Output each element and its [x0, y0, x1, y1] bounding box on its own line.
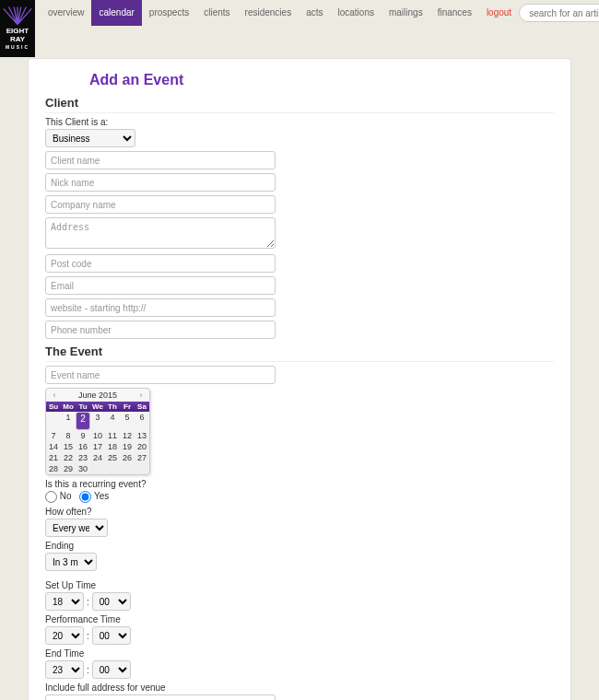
client-heading: Client — [45, 96, 554, 113]
nav-clients[interactable]: clients — [196, 0, 237, 26]
cal-day[interactable]: 24 — [90, 452, 105, 463]
end-time-label: End Time — [45, 648, 276, 659]
cal-dow: We — [90, 402, 105, 412]
cal-day[interactable]: 8 — [61, 430, 76, 441]
perf-time-label: Performance Time — [45, 614, 276, 624]
cal-day[interactable]: 3 — [90, 412, 105, 430]
recurring-no-option[interactable]: No — [45, 491, 72, 501]
recurring-yes-radio[interactable] — [79, 491, 91, 503]
cal-day[interactable]: 25 — [105, 452, 120, 463]
setup-time-label: Set Up Time — [45, 580, 276, 590]
nav-residencies[interactable]: residencies — [238, 0, 300, 26]
client-type-label: This Client is a: — [45, 117, 276, 127]
cal-day[interactable]: 13 — [135, 430, 149, 441]
nav-calendar[interactable]: calendar — [91, 0, 141, 26]
end-hh-select[interactable]: 23 — [45, 660, 84, 679]
global-search — [519, 0, 599, 22]
cal-day[interactable]: 10 — [90, 430, 105, 441]
recurring-label: Is this a recurring event? — [45, 479, 276, 489]
nav-prospects[interactable]: prospects — [142, 0, 196, 26]
cal-day[interactable]: 19 — [120, 441, 135, 452]
top-nav: EIGHT RAY MUSIC overviewcalendarprospect… — [0, 0, 599, 26]
end-mm-select[interactable]: 00 — [92, 660, 131, 679]
recurring-no-radio[interactable] — [45, 491, 57, 503]
company-name-input[interactable] — [45, 195, 276, 214]
search-input[interactable] — [519, 4, 599, 22]
cal-dow: Th — [105, 402, 120, 412]
venue-address-label: Include full address for venue — [45, 682, 276, 693]
perf-mm-select[interactable]: 00 — [92, 626, 131, 645]
nav-acts[interactable]: acts — [299, 0, 330, 26]
how-often-label: How often? — [45, 507, 276, 517]
cal-day[interactable]: 17 — [90, 441, 105, 452]
cal-day[interactable]: 14 — [46, 441, 61, 452]
ending-label: Ending — [45, 541, 276, 551]
cal-day[interactable]: 6 — [135, 412, 149, 430]
cal-day[interactable]: 12 — [120, 430, 135, 441]
add-event-card: Add an Event Client This Client is a: Bu… — [28, 58, 571, 700]
nav-finances[interactable]: finances — [430, 0, 479, 26]
cal-day[interactable]: 5 — [120, 412, 135, 430]
time-colon: : — [87, 665, 89, 675]
cal-day[interactable]: 26 — [120, 452, 135, 463]
cal-prev-icon[interactable]: ‹ — [50, 391, 59, 400]
cal-day: . — [90, 463, 105, 474]
cal-day[interactable]: 28 — [46, 463, 61, 474]
perf-hh-select[interactable]: 20 — [45, 626, 84, 645]
cal-day[interactable]: 1 — [61, 412, 76, 430]
cal-next-icon[interactable]: › — [136, 391, 146, 400]
logo-rays-icon — [0, 6, 35, 25]
event-name-input[interactable] — [45, 366, 276, 384]
nav-locations[interactable]: locations — [330, 0, 381, 26]
nav-overview[interactable]: overview — [41, 0, 91, 26]
setup-hh-select[interactable]: 18 — [45, 592, 84, 611]
cal-title: June 2015 — [78, 391, 117, 400]
cal-day[interactable]: 18 — [105, 441, 120, 452]
time-colon: : — [87, 631, 89, 641]
client-name-input[interactable] — [45, 151, 276, 169]
email-input[interactable] — [45, 276, 276, 295]
venue-input[interactable] — [45, 694, 276, 700]
cal-day: . — [105, 463, 120, 474]
cal-day[interactable]: 20 — [135, 441, 149, 452]
cal-day: . — [46, 412, 61, 430]
cal-dow: Tu — [76, 402, 90, 412]
client-type-select[interactable]: Business — [45, 129, 135, 147]
cal-day[interactable]: 9 — [76, 430, 90, 441]
cal-dow: Mo — [61, 402, 76, 412]
recurring-yes-option[interactable]: Yes — [79, 491, 109, 501]
how-often-select[interactable]: Every week — [45, 519, 108, 537]
ending-select[interactable]: In 3 mont — [45, 553, 97, 571]
setup-mm-select[interactable]: 00 — [92, 592, 131, 611]
website-input[interactable] — [45, 298, 276, 317]
cal-day[interactable]: 4 — [105, 412, 120, 430]
address-input[interactable] — [45, 217, 276, 249]
cal-dow: Su — [46, 402, 61, 412]
cal-day[interactable]: 2 — [76, 412, 90, 430]
nav-logout[interactable]: logout — [479, 0, 519, 26]
cal-day[interactable]: 22 — [61, 452, 76, 463]
phone-input[interactable] — [45, 321, 276, 339]
nav-mailings[interactable]: mailings — [382, 0, 430, 26]
cal-day[interactable]: 27 — [135, 452, 149, 463]
cal-day: . — [120, 463, 135, 474]
cal-day[interactable]: 16 — [76, 441, 90, 452]
cal-day: . — [135, 463, 149, 474]
page-title: Add an Event — [45, 68, 554, 88]
cal-day[interactable]: 21 — [46, 452, 61, 463]
date-picker[interactable]: ‹ June 2015 › SuMoTuWeThFrSa.12345678910… — [45, 388, 150, 475]
cal-day[interactable]: 7 — [46, 430, 61, 441]
cal-day[interactable]: 23 — [76, 452, 90, 463]
cal-dow: Sa — [135, 402, 149, 412]
post-code-input[interactable] — [45, 254, 276, 273]
event-heading: The Event — [45, 344, 554, 362]
cal-day[interactable]: 29 — [61, 463, 76, 474]
nick-name-input[interactable] — [45, 173, 276, 192]
cal-dow: Fr — [120, 402, 135, 412]
cal-day[interactable]: 30 — [76, 463, 90, 474]
cal-day[interactable]: 11 — [105, 430, 120, 441]
logo-text: EIGHT RAY MUSIC — [6, 27, 29, 52]
time-colon: : — [87, 597, 89, 607]
logo[interactable]: EIGHT RAY MUSIC — [0, 0, 35, 57]
cal-day[interactable]: 15 — [61, 441, 76, 452]
